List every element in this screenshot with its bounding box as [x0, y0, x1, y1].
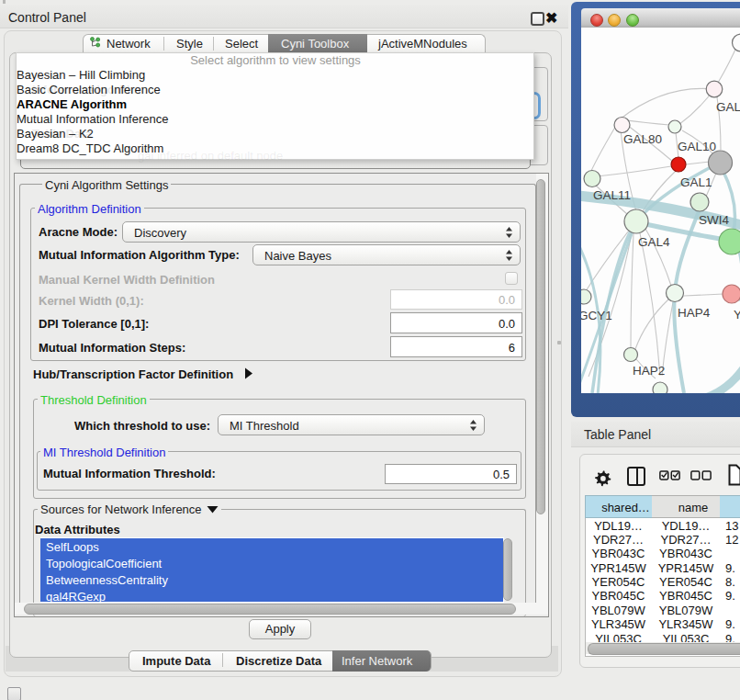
svg-text:HAP2: HAP2 — [633, 364, 665, 378]
svg-text:HAP4: HAP4 — [678, 306, 711, 320]
svg-text:GAL11: GAL11 — [593, 188, 631, 202]
svg-text:SWI4: SWI4 — [699, 213, 729, 227]
svg-text:GAL80: GAL80 — [623, 132, 662, 146]
svg-text:Y: Y — [734, 308, 740, 322]
svg-text:GAL1: GAL1 — [680, 175, 712, 189]
svg-text:GAL4: GAL4 — [638, 235, 670, 249]
svg-text:GAL7: GAL7 — [716, 100, 740, 114]
svg-text:GAL10: GAL10 — [678, 140, 716, 153]
svg-text:GCY1: GCY1 — [581, 309, 612, 322]
